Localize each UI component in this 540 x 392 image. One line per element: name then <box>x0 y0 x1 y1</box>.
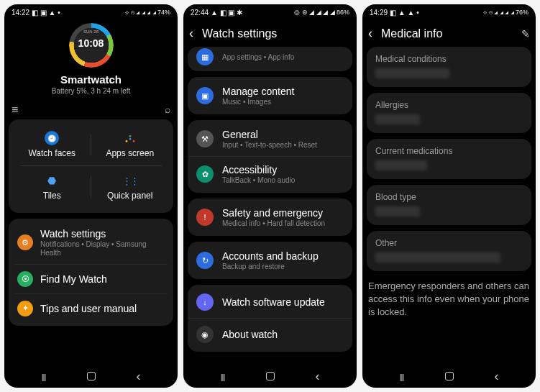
watch-face-preview[interactable]: SUN 28 10:08 <box>68 22 115 69</box>
setting-title: General <box>222 129 344 140</box>
status-icons-left: ▲ ◧ ▣ ✱ <box>211 9 242 17</box>
status-icons-left: ◧ ▲ ▲ • <box>390 9 419 17</box>
apps-card: ▦ App settings • App info <box>188 47 352 71</box>
status-battery: 76% <box>516 9 528 16</box>
apps-icon <box>123 131 137 145</box>
phone-watch-settings: 22:44 ▲ ◧ ▣ ✱ ◎ ⊜ ◢ ◢ ◢ ◢ 86% ‹ Watch se… <box>183 4 357 388</box>
setting-sub: Music • Images <box>222 98 344 106</box>
setting-title: Accounts and backup <box>222 250 344 262</box>
page-title: Watch settings <box>202 27 337 40</box>
grid-label: Watch faces <box>13 148 91 158</box>
about-card: ↓ Watch software update ◉ About watch <box>188 285 352 352</box>
setting-accounts-backup[interactable]: ↻ Accounts and backup Backup and restore <box>188 243 352 278</box>
setting-title: About watch <box>222 329 344 340</box>
grid-label: Tiles <box>13 191 91 201</box>
location-icon: ⦿ <box>17 271 33 287</box>
edit-icon[interactable]: ✎ <box>521 28 530 40</box>
folder-icon: ▣ <box>196 87 214 104</box>
accessibility-icon: ✿ <box>196 165 214 183</box>
setting-sub: TalkBack • Mono audio <box>222 176 344 184</box>
field-label: Other <box>375 238 523 248</box>
grid-apps-screen[interactable]: Apps screen <box>91 127 170 163</box>
nav-back[interactable] <box>311 369 324 384</box>
phone-wearable-home: 14:22 ◧ ▣ ▲ • ⟐ ⊜ ◢ ◢ ◢ ◢ 74% SUN 28 10:… <box>4 4 178 388</box>
setting-apps[interactable]: ▦ App settings • App info <box>188 48 352 70</box>
watch-face-section: SUN 28 10:08 Smartwatch Battery 5%, 3 h … <box>9 19 173 99</box>
menu-title: Find My Watch <box>40 273 165 285</box>
status-icons-right: ⟐ ⊜ ◢ ◢ ◢ ◢ <box>483 9 514 16</box>
nav-recent[interactable] <box>37 370 50 382</box>
battery-status: Battery 5%, 3 h 24 m left <box>9 87 173 95</box>
phone-medical-info: 14:29 ◧ ▲ ▲ • ⟐ ⊜ ◢ ◢ ◢ ◢ 76% ‹ Medical … <box>362 4 536 388</box>
nav-home[interactable] <box>445 372 454 380</box>
nav-home[interactable] <box>266 372 275 380</box>
setting-sub: Backup and restore <box>222 263 344 270</box>
field-label: Blood type <box>375 192 523 202</box>
field-label: Allergies <box>375 100 523 110</box>
general-card: ⚒ General Input • Text-to-speech • Reset… <box>188 120 352 193</box>
nav-recent[interactable] <box>216 370 229 382</box>
clock-icon: 🕘 <box>45 131 59 145</box>
nav-recent[interactable] <box>395 370 408 382</box>
lock-screen-notice: Emergency responders and others can acce… <box>367 277 531 322</box>
quick-grid: 🕘 Watch faces Apps screen ⬣ Tiles Quick … <box>9 119 173 213</box>
field-medical-conditions[interactable]: Medical conditions <box>367 47 531 87</box>
content-card: ▣ Manage content Music • Images <box>188 77 352 114</box>
setting-general[interactable]: ⚒ General Input • Text-to-speech • Reset <box>188 122 352 156</box>
grid-label: Apps screen <box>91 148 170 158</box>
watchface-day: SUN 28 <box>68 29 115 34</box>
nav-bar <box>362 365 536 388</box>
sliders-icon: ⚒ <box>196 130 214 147</box>
menu-tips[interactable]: ✦ Tips and user manual <box>14 293 168 323</box>
apps-icon: ▦ <box>196 48 214 65</box>
setting-about-watch[interactable]: ◉ About watch <box>188 318 352 350</box>
download-icon: ↓ <box>196 293 214 311</box>
redacted-value <box>375 114 420 124</box>
setting-safety-emergency[interactable]: ! Safety and emergency Medical info • Ha… <box>188 200 352 234</box>
field-allergies[interactable]: Allergies <box>367 93 531 133</box>
nav-back[interactable] <box>132 369 145 384</box>
setting-accessibility[interactable]: ✿ Accessibility TalkBack • Mono audio <box>188 156 352 191</box>
page-title: Medical info <box>381 27 513 40</box>
grid-quick-panel[interactable]: Quick panel <box>91 169 170 205</box>
nav-bar <box>183 365 357 388</box>
search-icon[interactable]: ⌕ <box>345 28 351 40</box>
setting-sub: Input • Text-to-speech • Reset <box>222 141 344 149</box>
field-other[interactable]: Other <box>367 231 531 271</box>
setting-title: Safety and emergency <box>222 207 344 219</box>
info-icon: ◉ <box>196 326 214 343</box>
grid-tiles[interactable]: ⬣ Tiles <box>13 169 91 205</box>
menu-find-my-watch[interactable]: ⦿ Find My Watch <box>14 264 168 293</box>
grid-watch-faces[interactable]: 🕘 Watch faces <box>13 127 91 163</box>
status-icons-right: ⟐ ⊜ ◢ ◢ ◢ ◢ <box>125 9 156 16</box>
menu-title: Tips and user manual <box>40 303 165 314</box>
grid-label: Quick panel <box>91 191 170 201</box>
status-time: 14:22 <box>12 9 29 17</box>
field-medications[interactable]: Current medications <box>367 139 531 179</box>
status-icons-left: ◧ ▣ ▲ • <box>32 9 60 17</box>
setting-manage-content[interactable]: ▣ Manage content Music • Images <box>188 78 352 113</box>
menu-watch-settings[interactable]: ⚙ Watch settings Notifications • Display… <box>9 222 173 264</box>
redacted-value <box>375 252 500 263</box>
setting-title: Manage content <box>222 86 344 97</box>
status-battery: 74% <box>157 9 170 16</box>
alert-icon: ! <box>196 209 214 226</box>
status-time: 14:29 <box>370 9 388 17</box>
field-blood-type[interactable]: Blood type <box>367 185 531 225</box>
back-icon[interactable]: ‹ <box>368 26 372 41</box>
menu-icon[interactable] <box>12 104 18 117</box>
setting-software-update[interactable]: ↓ Watch software update <box>188 286 352 318</box>
redacted-value <box>375 206 420 216</box>
setting-title: Accessibility <box>222 164 344 176</box>
header: ‹ Watch settings ⌕ <box>183 19 357 47</box>
setting-sub: Medical info • Hard fall detection <box>222 219 344 227</box>
nav-home[interactable] <box>87 372 96 380</box>
watchface-time: 10:08 <box>68 37 115 49</box>
status-bar: 14:22 ◧ ▣ ▲ • ⟐ ⊜ ◢ ◢ ◢ ◢ 74% <box>4 4 178 19</box>
nav-back[interactable] <box>490 369 503 384</box>
status-time: 22:44 <box>191 9 209 17</box>
nav-bar <box>4 365 178 388</box>
back-icon[interactable]: ‹ <box>189 26 193 41</box>
quick-panel-icon <box>123 173 137 188</box>
search-icon[interactable]: ⌕ <box>165 104 170 117</box>
